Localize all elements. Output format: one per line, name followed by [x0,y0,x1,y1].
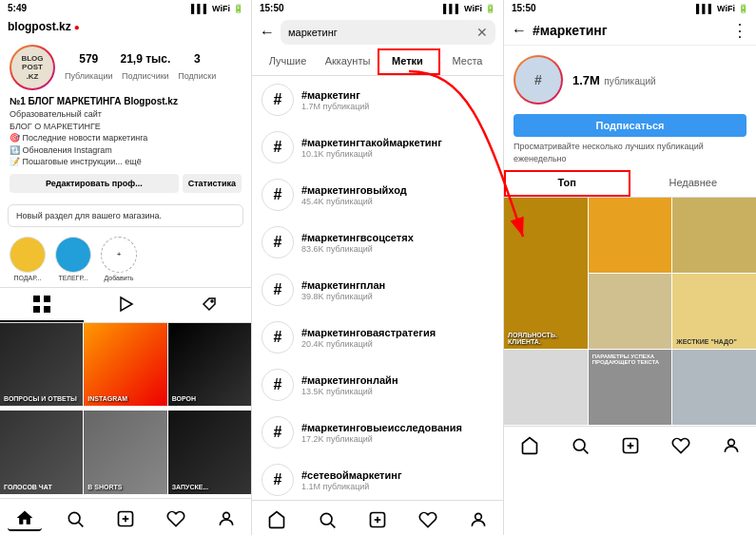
tab-video[interactable] [84,288,167,322]
status-bar-right: 15:50 ▌▌▌ WiFi 🔋 [504,0,756,16]
middle-panel: 15:50 ▌▌▌ WiFi 🔋 ← маркетинг ✕ Лучшие Ак… [252,0,504,535]
hash-icon-9: # [262,464,294,496]
stats-button[interactable]: Статистика [183,174,242,193]
avatar: BLOGPOST.KZ [10,45,55,90]
nav-home-mid[interactable] [260,508,294,531]
svg-point-17 [475,513,481,520]
svg-line-13 [331,524,336,528]
result-count-9: 1.1M публикаций [301,482,494,491]
hash-icon-6: # [262,321,294,353]
nav-heart-right[interactable] [664,434,698,457]
highlight-item-1[interactable]: ПОДАР... [10,237,46,281]
nav-search-mid[interactable] [310,508,344,531]
profile-header: BLOGPOST.KZ 579 Публикации 21,9 тыс. Под… [10,45,242,90]
hpost-4[interactable] [589,274,672,349]
notification-banner: Новый раздел для вашего магазина. [8,204,243,227]
post-cell-6[interactable]: ЗАПУСКЕ... [168,411,251,493]
tab-best[interactable]: Лучшие [258,48,318,75]
stat-following: 3 Подписки [178,52,216,83]
hashtag-more-button[interactable]: ⋮ [731,20,748,41]
hashtag-tab-top[interactable]: Топ [504,170,630,197]
highlight-label-1: ПОДАР... [14,275,42,281]
tab-accounts[interactable]: Аккаунты [318,48,378,75]
result-item-4[interactable]: # #маркетингвсоцсетях 83.6K публикаций [252,219,503,266]
result-item-2[interactable]: # #маркетингтакоймаркетинг 10.1K публика… [252,124,503,171]
subscribe-button[interactable]: Подписаться [514,114,746,137]
highlight-item-2[interactable]: ТЕЛЕГР... [55,237,91,281]
svg-marker-4 [121,297,132,311]
result-item-5[interactable]: # #маркетингплан 39.8K публикаций [252,266,503,314]
hashtag-tabs: Топ Недавнее [504,170,756,198]
result-item-1[interactable]: # #маркетинг 1.7M публикаций [252,76,503,124]
svg-point-6 [69,512,81,524]
nav-search[interactable] [58,507,92,530]
post-cell-1[interactable]: ВОПРОСЫ И ОТВЕТЫ [0,323,83,406]
clear-search-button[interactable]: ✕ [476,25,488,40]
tab-tags[interactable]: Метки [378,48,437,75]
result-item-7[interactable]: # #маркетингонлайн 13.5K публикаций [252,361,503,409]
hashtag-info: # 1.7M публикаций [504,46,756,110]
result-count-1: 1.7M публикаций [301,102,494,111]
result-text-9: #сетевоймаркетинг 1.1M публикаций [301,469,494,491]
hpost-1[interactable]: ЛОЯЛЬНОСТЬ. КЛИЕНТА. [504,198,588,349]
result-tag-2: #маркетингтакоймаркетинг [301,137,494,148]
result-item-9[interactable]: # #сетевоймаркетинг 1.1M публикаций [252,456,503,500]
status-icons-left: ▌▌▌ WiFi 🔋 [191,4,243,13]
hash-icon-2: # [262,131,294,163]
result-tag-8: #маркетинговыеисследования [301,422,494,433]
result-count-6: 20.4K публикаций [301,339,494,349]
tab-grid[interactable] [0,288,84,322]
nav-heart-mid[interactable] [411,508,445,531]
hpost-7[interactable]: ПАРАМЕТРЫ УСПЕХА ПРОДАЮЩЕГО ТЕКСТА [589,350,672,425]
edit-profile-button[interactable]: Редактировать проф... [10,174,179,193]
nav-profile[interactable] [209,507,243,530]
hashtag-desc: Просматривайте несколько лучших публикац… [504,141,756,170]
post-cell-5[interactable]: В SHORTS [84,411,166,493]
nav-heart[interactable] [159,507,193,530]
search-tabs: Лучшие Аккаунты Метки Места [252,48,503,76]
hashtag-back-button[interactable]: ← [512,22,527,39]
hash-icon-5: # [262,274,294,306]
nav-home-right[interactable] [513,434,547,457]
hpost-3[interactable] [672,198,756,273]
app-logo: blogpost.kz ● [0,16,251,37]
nav-add[interactable] [108,507,143,530]
result-item-8[interactable]: # #маркетинговыеисследования 17.2K публи… [252,409,503,456]
hashtag-title: #маркетинг [533,23,726,38]
post-cell-4[interactable]: ГОЛОСОВ ЧАТ [0,411,83,493]
hpost-2[interactable] [589,198,672,273]
result-item-3[interactable]: # #маркетинговыйход 45.4K публикаций [252,171,503,219]
nav-add-mid[interactable] [360,508,395,531]
tab-tag[interactable] [167,288,251,322]
nav-profile-right[interactable] [714,434,748,457]
hpost-5[interactable]: ЖЕСТКИЕ "НАДО" [672,274,756,349]
result-count-8: 17.2K публикаций [301,434,494,444]
hash-icon-7: # [262,369,294,401]
result-count-5: 39.8K публикаций [301,292,494,301]
hashtag-tab-recent[interactable]: Недавнее [630,170,757,197]
time-mid: 15:50 [260,3,284,13]
nav-search-right[interactable] [563,434,597,457]
result-tag-3: #маркетинговыйход [301,184,494,196]
search-box[interactable]: маркетинг ✕ [281,20,495,45]
profile-section: BLOGPOST.KZ 579 Публикации 21,9 тыс. Под… [0,37,251,201]
profile-actions: Редактировать проф... Статистика [10,174,242,193]
highlight-item-3[interactable]: + Добавить [101,237,137,281]
posts-label: Публикации [65,71,112,81]
hpost-8[interactable] [672,350,756,425]
logo-text: blogpost.kz [8,20,71,33]
tab-places[interactable]: Места [437,48,497,75]
nav-add-right[interactable] [613,434,648,457]
post-cell-3[interactable]: ВОРОН [168,323,251,406]
highlight-circle-add: + [101,237,137,273]
posts-grid: ВОПРОСЫ И ОТВЕТЫ INSTAGRAM ВОРОН ГОЛОСОВ… [0,323,251,498]
highlight-circle-2 [55,237,91,273]
back-button[interactable]: ← [260,24,275,41]
nav-profile-mid[interactable] [461,508,495,531]
hpost-6[interactable] [504,350,588,425]
left-panel: 5:49 ▌▌▌ WiFi 🔋 blogpost.kz ● BLOGPOST.K… [0,0,252,535]
nav-home[interactable] [8,506,42,531]
post-cell-2[interactable]: INSTAGRAM [84,323,166,406]
result-item-6[interactable]: # #маркетинговаястратегия 20.4K публикац… [252,314,503,361]
profile-name: №1 БЛОГ МАРКЕТИНГА Blogpost.kz [10,96,242,106]
